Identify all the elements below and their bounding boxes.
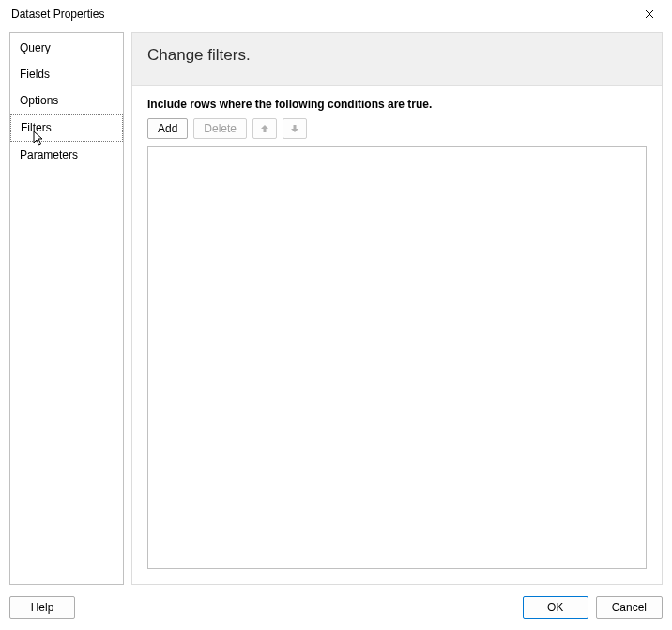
sidebar-item-label: Fields bbox=[20, 68, 50, 81]
sidebar-item-label: Options bbox=[20, 94, 58, 107]
move-down-button[interactable] bbox=[283, 118, 307, 139]
dialog-window: Dataset Properties Query Fields Options … bbox=[0, 0, 672, 630]
add-button[interactable]: Add bbox=[147, 118, 188, 139]
filter-toolbar: Add Delete bbox=[147, 118, 647, 139]
help-button[interactable]: Help bbox=[9, 596, 75, 619]
sidebar-item-options[interactable]: Options bbox=[10, 87, 123, 114]
move-up-button[interactable] bbox=[252, 118, 277, 139]
dialog-footer: Help OK Cancel bbox=[0, 585, 672, 630]
sidebar-item-label: Filters bbox=[21, 121, 52, 134]
arrow-up-icon bbox=[260, 124, 269, 133]
sidebar-item-fields[interactable]: Fields bbox=[10, 61, 123, 87]
sidebar-item-label: Parameters bbox=[20, 148, 78, 161]
arrow-down-icon bbox=[290, 124, 299, 133]
sidebar: Query Fields Options Filters Parameters bbox=[9, 32, 124, 585]
delete-button[interactable]: Delete bbox=[193, 118, 247, 139]
ok-button[interactable]: OK bbox=[523, 596, 588, 619]
sidebar-item-filters[interactable]: Filters bbox=[10, 114, 123, 142]
filter-list[interactable] bbox=[147, 146, 647, 569]
close-icon bbox=[645, 9, 654, 19]
instruction-text: Include rows where the following conditi… bbox=[147, 98, 647, 111]
footer-right: OK Cancel bbox=[523, 596, 663, 619]
sidebar-item-parameters[interactable]: Parameters bbox=[10, 142, 123, 168]
sidebar-item-label: Query bbox=[20, 41, 51, 54]
main-body: Include rows where the following conditi… bbox=[132, 86, 662, 584]
main-header: Change filters. bbox=[132, 33, 662, 86]
sidebar-item-query[interactable]: Query bbox=[10, 35, 123, 61]
dialog-title: Dataset Properties bbox=[11, 8, 104, 21]
page-title: Change filters. bbox=[147, 46, 647, 65]
close-button[interactable] bbox=[634, 3, 664, 25]
main-panel: Change filters. Include rows where the f… bbox=[131, 32, 663, 585]
content-area: Query Fields Options Filters Parameters … bbox=[0, 28, 672, 585]
titlebar: Dataset Properties bbox=[0, 0, 672, 28]
cancel-button[interactable]: Cancel bbox=[596, 596, 663, 619]
